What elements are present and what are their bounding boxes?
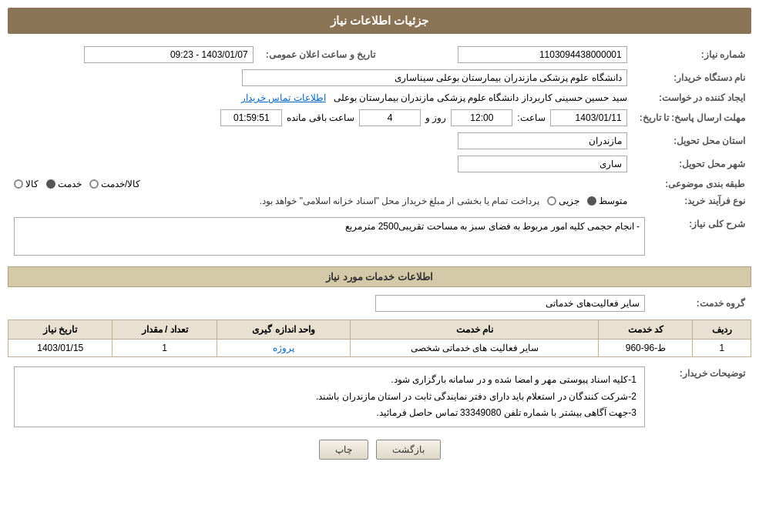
back-button[interactable]: بازگشت bbox=[376, 440, 441, 460]
col-name: نام خدمت bbox=[351, 320, 599, 340]
category-kala-khedmat-label: کالا/خدمت bbox=[101, 179, 140, 189]
need-desc-label: شرح کلی نیاز: bbox=[651, 214, 751, 259]
col-row: ردیف bbox=[693, 320, 751, 340]
buyer-value: دانشگاه علوم پزشکی مازندران بیمارستان بو… bbox=[8, 66, 633, 89]
page-title: جزئیات اطلاعات نیاز bbox=[8, 8, 751, 34]
row-name: سایر فعالیت های خدماتی شخصی bbox=[351, 340, 599, 357]
remaining-time: 01:59:51 bbox=[220, 109, 282, 126]
city-value: ساری bbox=[8, 152, 633, 176]
remaining-label: ساعت باقی مانده bbox=[287, 112, 354, 123]
category-option-kala[interactable]: کالا bbox=[14, 179, 39, 189]
radio-kala-khedmat bbox=[89, 179, 99, 189]
category-label: طبقه بندی موضوعی: bbox=[633, 176, 751, 192]
days-count: 4 bbox=[359, 109, 421, 126]
row-qty: 1 bbox=[113, 340, 217, 357]
time-label: ساعت: bbox=[517, 112, 545, 123]
category-option-khedmat[interactable]: خدمت bbox=[46, 179, 82, 189]
creator-name: سید حسین حسینی کاربرداز دانشگاه علوم پزش… bbox=[334, 92, 627, 103]
need-desc-value: - انجام حجمی کلیه امور مربوط به فضای سبز… bbox=[8, 214, 651, 259]
deadline-date: 1403/01/11 bbox=[550, 109, 627, 126]
process-note: پرداخت تمام یا بخشی از مبلغ خریداز محل "… bbox=[260, 196, 539, 206]
row-code: ط-96-960 bbox=[599, 340, 693, 357]
process-option-motavasset[interactable]: متوسط bbox=[587, 196, 627, 206]
services-table: ردیف کد خدمت نام خدمت واحد اندازه گیری ت… bbox=[8, 320, 751, 357]
row-date: 1403/01/15 bbox=[8, 340, 113, 357]
notes-label: توضیحات خریدار: bbox=[651, 363, 751, 430]
date-label: تاریخ و ساعت اعلان عمومی: bbox=[260, 43, 381, 66]
deadline-time: 12:00 bbox=[451, 109, 512, 126]
category-khedmat-label: خدمت bbox=[58, 179, 82, 189]
need-number-value: 1103094438000001 bbox=[381, 43, 633, 66]
need-number-label: شماره نیاز: bbox=[633, 43, 751, 66]
radio-kala bbox=[14, 179, 23, 189]
col-date: تاریخ نیاز bbox=[8, 320, 113, 340]
note-line-3: 3-جهت آگاهی بیشتر با شماره تلفن 33349080… bbox=[22, 405, 636, 422]
radio-khedmat bbox=[46, 179, 55, 189]
need-description-box: - انجام حجمی کلیه امور مربوط به فضای سبز… bbox=[14, 217, 645, 256]
process-row: جزیی متوسط پرداخت تمام یا بخشی از مبلغ خ… bbox=[8, 192, 633, 209]
province-label: استان محل تحویل: bbox=[633, 129, 751, 152]
date-value: 1403/01/07 - 09:23 bbox=[8, 43, 260, 66]
category-row: کالا خدمت کالا/خدمت bbox=[8, 176, 633, 192]
services-section-title: اطلاعات خدمات مورد نیاز bbox=[8, 266, 751, 287]
note-line-2: 2-شرکت کنندگان در استعلام باید دارای دفت… bbox=[22, 389, 636, 406]
col-unit: واحد اندازه گیری bbox=[217, 320, 350, 340]
service-group-value: سایر فعالیت‌های خدماتی bbox=[8, 292, 651, 315]
category-option-kala-khedmat[interactable]: کالا/خدمت bbox=[89, 179, 140, 189]
need-number-input: 1103094438000001 bbox=[458, 46, 627, 63]
creator-label: ایجاد کننده در خواست: bbox=[633, 89, 751, 106]
creator-value: سید حسین حسینی کاربرداز دانشگاه علوم پزش… bbox=[8, 89, 633, 106]
deadline-row: 01:59:51 ساعت باقی مانده 4 روز و 12:00 س… bbox=[8, 106, 633, 129]
province-input: مازندران bbox=[458, 132, 627, 149]
radio-motavasset bbox=[587, 196, 596, 206]
radio-jozyi bbox=[547, 196, 556, 206]
notes-box: 1-کلیه اسناد پیوستی مهر و امضا شده و در … bbox=[14, 366, 645, 427]
table-row: 1 ط-96-960 سایر فعالیت های خدماتی شخصی پ… bbox=[8, 340, 751, 357]
button-row: بازگشت چاپ bbox=[8, 440, 751, 460]
notes-value: 1-کلیه اسناد پیوستی مهر و امضا شده و در … bbox=[8, 363, 651, 430]
date-input: 1403/01/07 - 09:23 bbox=[84, 46, 254, 63]
col-code: کد خدمت bbox=[599, 320, 693, 340]
days-label: روز و bbox=[425, 112, 446, 123]
city-input: ساری bbox=[458, 156, 627, 172]
process-label: نوع فرآیند خرید: bbox=[633, 192, 751, 209]
process-jozyi-label: جزیی bbox=[559, 196, 579, 206]
province-value: مازندران bbox=[8, 129, 633, 152]
buyer-input: دانشگاه علوم پزشکی مازندران بیمارستان بو… bbox=[242, 69, 627, 86]
deadline-label: مهلت ارسال پاسخ: تا تاریخ: bbox=[633, 106, 751, 129]
contact-link[interactable]: اطلاعات تماس خریدار bbox=[241, 92, 326, 103]
buyer-label: نام دستگاه خریدار: bbox=[633, 66, 751, 89]
col-qty: تعداد / مقدار bbox=[113, 320, 217, 340]
note-line-1: 1-کلیه اسناد پیوستی مهر و امضا شده و در … bbox=[22, 372, 636, 389]
print-button[interactable]: چاپ bbox=[319, 440, 368, 460]
row-number: 1 bbox=[693, 340, 751, 357]
city-label: شهر محل تحویل: bbox=[633, 152, 751, 176]
service-group-input: سایر فعالیت‌های خدماتی bbox=[375, 295, 645, 312]
row-unit: پروژه bbox=[217, 340, 350, 357]
service-group-label: گروه خدمت: bbox=[651, 292, 751, 315]
process-option-jozyi[interactable]: جزیی bbox=[547, 196, 579, 206]
category-kala-label: کالا bbox=[25, 179, 39, 189]
process-motavasset-label: متوسط bbox=[599, 196, 627, 206]
